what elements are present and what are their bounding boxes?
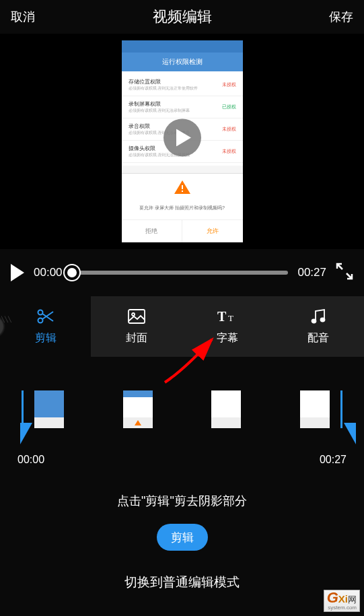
total-time: 00:27 — [297, 266, 326, 279]
timeline-frame — [300, 390, 330, 428]
header-bar: 取消 视频编辑 保存 — [0, 0, 364, 34]
warning-icon — [174, 180, 190, 194]
tab-cover[interactable]: 封面 — [91, 296, 182, 357]
svg-point-2 — [38, 310, 42, 314]
mode-switch-link[interactable]: 切换到普通编辑模式 — [16, 574, 348, 591]
watermark-badge: GXi网 system.com — [324, 590, 360, 612]
svg-point-3 — [38, 318, 42, 322]
tab-subtitle[interactable]: T T 字幕 — [182, 296, 273, 357]
video-preview[interactable]: 运行权限检测 存储位置权限必须拥有该权限,否则无法正常使用软件未授权 录制屏幕权… — [0, 34, 364, 249]
svg-rect-4 — [129, 310, 145, 323]
tab-audio[interactable]: 配音 — [273, 296, 364, 357]
image-icon — [128, 308, 145, 324]
lens-decoration: ╲ ╲ ╲ — [0, 296, 15, 357]
fullscreen-button[interactable] — [336, 263, 353, 283]
svg-text:T: T — [228, 313, 233, 323]
tab-subtitle-label: 字幕 — [217, 331, 238, 345]
current-time: 00:00 — [34, 266, 63, 279]
save-button[interactable]: 保存 — [329, 9, 353, 25]
tab-trim-label: 剪辑 — [35, 331, 57, 345]
svg-text:T: T — [217, 309, 227, 324]
video-frame-mockup: 运行权限检测 存储位置权限必须拥有该权限,否则无法正常使用软件未授权 录制屏幕权… — [122, 40, 243, 242]
progress-thumb[interactable] — [65, 265, 79, 280]
timeline-frame — [211, 390, 241, 428]
text-icon: T T — [217, 308, 238, 324]
page-title: 视频编辑 — [153, 7, 212, 27]
timeline-frame — [123, 390, 153, 428]
timeline-section: 00:00 00:27 点击"剪辑"剪去阴影部分 剪辑 切换到普通编辑模式 — [0, 357, 364, 591]
cancel-button[interactable]: 取消 — [11, 9, 35, 25]
svg-rect-1 — [182, 191, 183, 192]
play-button[interactable] — [11, 264, 24, 281]
play-overlay-icon[interactable] — [163, 118, 201, 156]
timeline-frame — [34, 390, 64, 428]
playback-controls: 00:00 00:27 — [0, 249, 364, 296]
svg-point-9 — [321, 318, 325, 321]
music-icon — [311, 308, 326, 324]
tab-audio-label: 配音 — [307, 331, 329, 345]
svg-point-8 — [312, 319, 316, 322]
progress-slider[interactable] — [72, 271, 289, 275]
timeline-track[interactable] — [22, 390, 342, 431]
svg-point-5 — [132, 313, 135, 316]
editor-tabs: 剪辑 封面 T T 字幕 配音 — [0, 296, 364, 357]
tab-cover-label: 封面 — [126, 331, 147, 345]
trim-action-button[interactable]: 剪辑 — [157, 524, 208, 551]
scissors-icon — [37, 308, 54, 324]
timeline-end-label: 00:27 — [320, 454, 347, 466]
svg-rect-0 — [182, 185, 183, 189]
timeline-start-label: 00:00 — [17, 454, 44, 466]
trim-hint-text: 点击"剪辑"剪去阴影部分 — [16, 493, 348, 509]
